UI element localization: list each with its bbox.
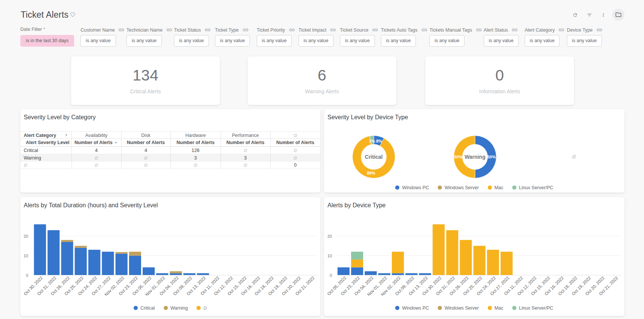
- svg-text:∅: ∅: [572, 154, 576, 160]
- svg-text:10: 10: [327, 254, 332, 258]
- svg-text:Warning: Warning: [464, 154, 485, 160]
- svg-text:8%: 8%: [376, 139, 382, 143]
- svg-text:89%: 89%: [367, 171, 375, 175]
- svg-text:3%: 3%: [369, 139, 375, 143]
- svg-text:50%: 50%: [454, 155, 462, 159]
- svg-text:20: 20: [24, 234, 28, 238]
- svg-text:0: 0: [26, 273, 28, 278]
- svg-text:20: 20: [327, 234, 332, 238]
- svg-text:Critical: Critical: [365, 154, 382, 160]
- svg-text:0: 0: [330, 273, 332, 278]
- svg-text:10: 10: [24, 254, 28, 258]
- svg-text:50%: 50%: [487, 155, 496, 159]
